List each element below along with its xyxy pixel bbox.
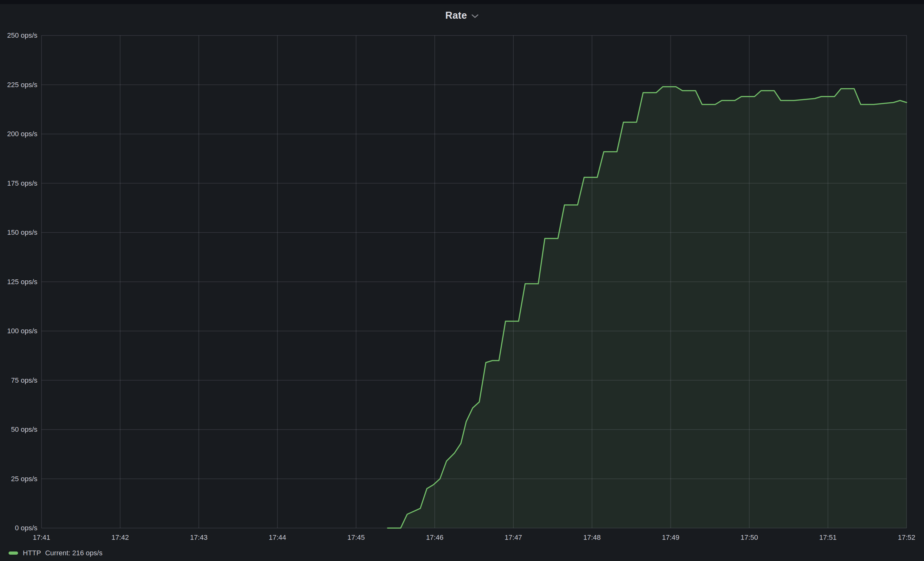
- grafana-panel-page: Rate 0 ops/s25 ops/s50 ops/s75 ops/s100 …: [0, 0, 924, 561]
- y-axis-label: 150 ops/s: [0, 228, 38, 237]
- x-axis-label: 17:42: [98, 533, 142, 542]
- y-axis-label: 75 ops/s: [0, 376, 38, 385]
- y-axis-label: 175 ops/s: [0, 178, 38, 188]
- x-axis-label: 17:51: [806, 533, 850, 542]
- plot-canvas: [0, 0, 924, 561]
- x-axis-label: 17:43: [177, 533, 221, 542]
- y-axis-label: 0 ops/s: [0, 523, 38, 533]
- time-series-chart[interactable]: 0 ops/s25 ops/s50 ops/s75 ops/s100 ops/s…: [0, 0, 924, 561]
- y-axis-label: 100 ops/s: [0, 326, 38, 336]
- y-axis-label: 225 ops/s: [0, 80, 38, 90]
- legend-series-label[interactable]: HTTP: [23, 549, 41, 557]
- y-axis-label: 200 ops/s: [0, 129, 38, 139]
- x-axis-label: 17:52: [884, 533, 924, 542]
- x-axis-label: 17:50: [727, 533, 772, 542]
- legend: HTTP Current: 216 ops/s: [9, 548, 102, 558]
- x-axis-label: 17:41: [20, 533, 64, 542]
- y-axis-label: 50 ops/s: [0, 425, 38, 434]
- x-axis-label: 17:47: [491, 533, 536, 542]
- y-axis-label: 125 ops/s: [0, 277, 38, 286]
- y-axis-label: 250 ops/s: [0, 31, 38, 40]
- series-area-fill: [387, 87, 907, 528]
- x-axis-label: 17:49: [648, 533, 693, 542]
- legend-current-value: Current: 216 ops/s: [45, 549, 102, 557]
- x-axis-label: 17:46: [412, 533, 457, 542]
- x-axis-label: 17:45: [334, 533, 378, 542]
- x-axis-label: 17:48: [570, 533, 614, 542]
- legend-series-color-swatch[interactable]: [9, 552, 18, 555]
- y-axis-label: 25 ops/s: [0, 474, 38, 484]
- x-axis-label: 17:44: [255, 533, 300, 542]
